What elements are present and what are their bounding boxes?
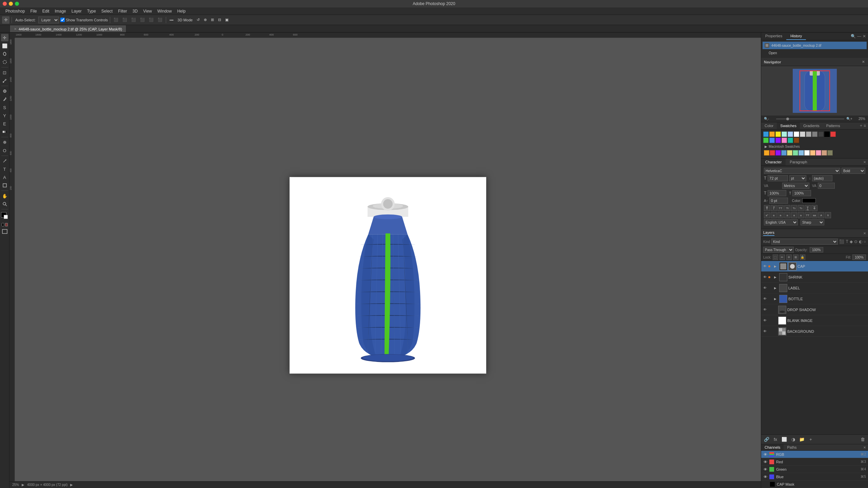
tab-patterns[interactable]: Patterns (823, 122, 844, 129)
align-middle-btn[interactable]: ⬛ (147, 17, 155, 23)
dodge-tool[interactable]: O (1, 147, 8, 154)
filter-type-pixel-icon[interactable]: ⬛ (839, 239, 844, 244)
subscript-btn[interactable]: Ts (798, 205, 804, 211)
filter-toggle-btn[interactable]: ○ (864, 239, 866, 244)
swatch-blue-2[interactable] (769, 138, 775, 143)
disc-btn[interactable]: TT (805, 212, 811, 218)
filter-type-vector-icon[interactable]: ◆ (850, 239, 853, 244)
text-color-box[interactable] (802, 198, 816, 203)
opacity-input[interactable] (810, 247, 823, 252)
layer-bottle[interactable]: 👁 ▶ BOTTLE (761, 293, 868, 304)
alt-btn[interactable]: A (818, 212, 824, 218)
layer-blankimage[interactable]: 👁 BLANK IMAGE (761, 315, 868, 326)
slide-btn[interactable]: ⊟ (217, 17, 222, 23)
font-family-dropdown[interactable]: HelveticaC (764, 168, 840, 174)
close-button[interactable] (3, 2, 7, 6)
tab-properties[interactable]: Properties (761, 33, 786, 40)
tab-history[interactable]: History (786, 33, 806, 40)
doc-tab-close-icon[interactable]: ✕ (14, 27, 17, 31)
swatch-black[interactable] (824, 131, 830, 137)
layers-group-btn[interactable]: 📁 (798, 436, 805, 443)
align-right-btn[interactable]: ⬛ (130, 17, 137, 23)
italic-btn[interactable]: T (771, 205, 777, 211)
channel-rgb-vis[interactable]: 👁 (763, 452, 767, 456)
layers-panel-close[interactable]: ✕ (863, 231, 866, 235)
lasso-tool[interactable] (1, 50, 8, 58)
swatch-darkgray[interactable] (818, 131, 824, 137)
screen-mode-btn[interactable] (2, 229, 7, 235)
brush-tool[interactable] (1, 96, 8, 103)
zoom-slider-thumb[interactable] (786, 118, 789, 120)
mac-swatch-8[interactable] (804, 150, 810, 156)
mac-swatch-5[interactable] (787, 150, 792, 156)
layers-adj-btn[interactable]: ◑ (790, 436, 796, 443)
titling-btn[interactable]: a (784, 212, 790, 218)
menu-3d[interactable]: 3D (130, 7, 140, 15)
tracking-dropdown[interactable]: Metrics (782, 183, 809, 189)
channel-cap-mask[interactable]: CAP Mask (761, 481, 868, 488)
channel-rgb[interactable]: 👁 RGB ⌘2 (761, 451, 868, 458)
stylistic-btn[interactable]: a (777, 212, 784, 218)
tab-gradients[interactable]: Gradients (800, 122, 823, 129)
swatch-white[interactable] (794, 131, 799, 137)
hand-tool[interactable]: ✋ (1, 192, 8, 200)
tab-color[interactable]: Color (761, 122, 777, 129)
layers-mask-btn[interactable]: ⬜ (781, 436, 788, 443)
font-style-dropdown[interactable]: Bold (842, 168, 865, 174)
show-transform-label[interactable]: Show Transform Controls (60, 18, 108, 22)
history-item-open[interactable]: 44648-sauce_bottle_mockup 2.tif (763, 42, 867, 49)
menu-layer[interactable]: Layer (69, 7, 84, 15)
layer-cap-visibility[interactable]: 👁 (763, 264, 767, 269)
mac-swatch-7[interactable] (798, 150, 804, 156)
tab-paragraph[interactable]: Paragraph (786, 159, 811, 165)
anti-alias-dropdown[interactable]: Sharp (801, 219, 824, 225)
zoom-tool[interactable] (1, 200, 8, 208)
scale-btn[interactable]: ▣ (224, 17, 230, 23)
scale-v-input[interactable] (792, 190, 811, 196)
layers-filter-dropdown[interactable]: Kind Name Effect Mode Attribute Color Sm… (771, 239, 838, 245)
channels-panel-close[interactable]: ✕ (863, 446, 866, 449)
swatch-pink[interactable] (782, 138, 787, 143)
eyedropper-tool[interactable] (1, 77, 8, 84)
font-size-input[interactable] (768, 175, 788, 181)
navigator-zoom-slider[interactable] (776, 119, 844, 119)
menu-filter[interactable]: Filter (115, 7, 130, 15)
layers-link-btn[interactable]: 🔗 (763, 436, 770, 443)
background-color[interactable] (4, 215, 8, 219)
menu-photoshop[interactable]: Photoshop (3, 7, 27, 15)
panel-search-icon[interactable]: 🔍 (851, 34, 856, 39)
swatch-orange[interactable] (769, 131, 775, 137)
superscript-btn[interactable]: Ts (791, 205, 797, 211)
menu-type[interactable]: Type (84, 7, 99, 15)
layer-shrink[interactable]: 👁 ▶ SHRINK (761, 272, 868, 283)
layers-tab-layers[interactable]: Layers (763, 230, 774, 236)
canvas-container[interactable] (15, 38, 761, 481)
swatch-blue-1[interactable] (763, 131, 769, 137)
filter-type-smartobj-icon[interactable]: ⊙ (854, 239, 857, 244)
doc-tab-active[interactable]: ✕ 44648-sauce_bottle_mockup 2.tif @ 25% … (10, 25, 126, 32)
ch-tab-channels[interactable]: Channels (761, 444, 784, 450)
lock-position-btn[interactable]: ✛ (786, 255, 792, 260)
layers-new-btn[interactable]: + (807, 436, 814, 443)
quick-select-tool[interactable] (1, 58, 8, 66)
ordinals-btn[interactable]: a (791, 212, 797, 218)
caps-btn[interactable]: TT (777, 205, 784, 211)
fill-input[interactable] (852, 255, 866, 260)
layer-cap[interactable]: 👁 ▶ CAP (761, 261, 868, 272)
channel-green[interactable]: 👁 Green ⌘4 (761, 466, 868, 473)
nav-zoom-in-icon[interactable]: 🔍+ (846, 117, 856, 121)
leading-input[interactable] (812, 175, 832, 181)
standard-mode-btn[interactable] (2, 223, 4, 226)
mac-swatch-9[interactable] (810, 150, 815, 156)
blur-tool[interactable] (1, 139, 8, 146)
shape-tool[interactable] (1, 182, 8, 189)
lock-all-btn[interactable]: 🔒 (800, 255, 805, 260)
small-caps-btn[interactable]: Tt (784, 205, 790, 211)
liga-btn[interactable]: fi (825, 212, 831, 218)
mac-swatch-2[interactable] (770, 150, 775, 156)
healing-brush-tool[interactable] (1, 87, 8, 95)
ch-tab-paths[interactable]: Paths (784, 444, 800, 450)
frac-btn[interactable]: a° (764, 212, 770, 218)
channel-red[interactable]: 👁 Red ⌘3 (761, 458, 868, 466)
layer-background[interactable]: 👁 BACKGROUND (761, 326, 868, 337)
